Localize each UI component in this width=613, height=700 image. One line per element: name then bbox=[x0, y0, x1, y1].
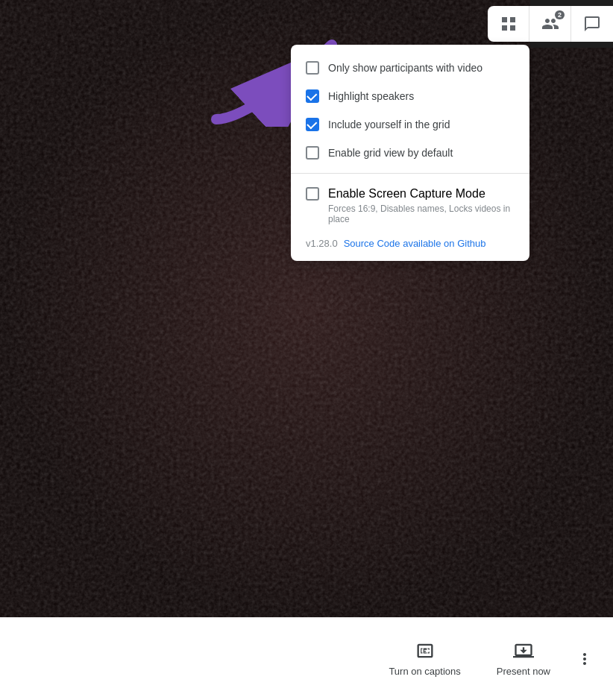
menu-divider bbox=[291, 173, 529, 174]
present-label: Present now bbox=[497, 666, 550, 677]
menu-footer: v1.28.0 Source Code available on Github bbox=[291, 232, 529, 252]
participants-badge: 2 bbox=[555, 10, 565, 19]
captions-label: Turn on captions bbox=[389, 666, 460, 677]
menu-label-screen-capture: Enable Screen Capture Mode bbox=[328, 187, 485, 201]
screen-capture-row: Enable Screen Capture Mode bbox=[306, 187, 515, 201]
dropdown-menu: Only show participants with video Highli… bbox=[291, 45, 529, 261]
screen-capture-desc: Forces 16:9, Disables names, Locks video… bbox=[306, 204, 515, 229]
menu-item-highlight[interactable]: Highlight speakers bbox=[291, 82, 529, 110]
menu-label-include-yourself: Include yourself in the grid bbox=[328, 119, 450, 130]
captions-icon bbox=[415, 640, 436, 661]
top-bar: 2 bbox=[0, 0, 613, 48]
present-icon bbox=[513, 640, 534, 661]
menu-label-only-video: Only show participants with video bbox=[328, 62, 482, 74]
menu-item-grid-default[interactable]: Enable grid view by default bbox=[291, 139, 529, 167]
menu-item-include-yourself[interactable]: Include yourself in the grid bbox=[291, 110, 529, 139]
chat-icon bbox=[583, 15, 601, 33]
menu-item-only-video[interactable]: Only show participants with video bbox=[291, 54, 529, 82]
grid-view-button[interactable] bbox=[488, 6, 529, 42]
top-bar-icons: 2 bbox=[488, 6, 613, 42]
menu-label-highlight: Highlight speakers bbox=[328, 90, 414, 102]
menu-label-grid-default: Enable grid view by default bbox=[328, 147, 453, 159]
checkbox-screen-capture[interactable] bbox=[306, 187, 319, 201]
grid-icon bbox=[500, 15, 518, 33]
menu-item-screen-capture[interactable]: Enable Screen Capture Mode Forces 16:9, … bbox=[291, 180, 529, 232]
checkbox-include-yourself[interactable] bbox=[306, 118, 319, 131]
captions-button[interactable]: Turn on captions bbox=[371, 629, 478, 689]
more-options-button[interactable] bbox=[568, 643, 601, 675]
checkbox-highlight[interactable] bbox=[306, 89, 319, 103]
checkbox-only-video[interactable] bbox=[306, 61, 319, 75]
checkbox-grid-default[interactable] bbox=[306, 146, 319, 160]
bottom-bar: Turn on captions Present now bbox=[0, 617, 613, 700]
more-vert-icon bbox=[576, 650, 594, 668]
github-link[interactable]: Source Code available on Github bbox=[344, 238, 486, 249]
version-text: v1.28.0 bbox=[306, 238, 338, 249]
chat-button[interactable] bbox=[571, 6, 613, 42]
participants-button[interactable]: 2 bbox=[529, 6, 571, 42]
present-now-button[interactable]: Present now bbox=[479, 629, 568, 689]
